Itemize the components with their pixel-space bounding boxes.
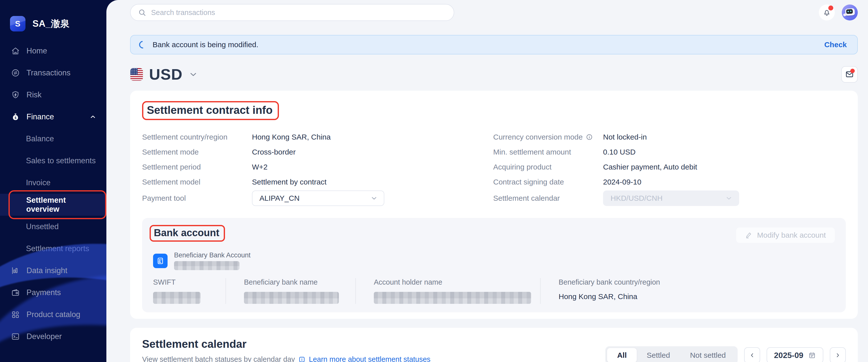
tab-settled[interactable]: Settled <box>637 348 680 362</box>
us-flag-icon <box>130 68 143 81</box>
settlement-calendar-value: HKD/USD/CNH <box>611 194 662 202</box>
field-value: 2024-09-10 <box>603 178 641 186</box>
notification-badge <box>828 5 833 10</box>
sidebar-item-balance[interactable]: Balance <box>0 128 106 150</box>
info-square-icon <box>299 356 305 362</box>
chevron-down-icon <box>370 195 378 202</box>
sidebar-item-label: Balance <box>26 134 54 143</box>
sidebar-item-label: Risk <box>27 90 41 99</box>
sidebar-item-finance[interactable]: $ Finance <box>0 106 106 128</box>
field-value: Not locked-in <box>603 133 647 141</box>
sidebar-item-payments[interactable]: Payments <box>0 282 106 304</box>
redacted-value <box>244 292 339 304</box>
messages-button[interactable] <box>841 66 858 83</box>
sidebar-item-transactions[interactable]: Transactions <box>0 62 106 84</box>
search-box[interactable] <box>130 4 454 21</box>
field-label: Settlement country/region <box>142 133 252 141</box>
field-row: Settlement period W+2 <box>142 160 493 174</box>
sidebar-item-product-catalog[interactable]: Product catalog <box>0 304 106 326</box>
notifications-button[interactable] <box>819 4 835 21</box>
terminal-icon <box>11 332 20 341</box>
sidebar-item-risk[interactable]: Risk <box>0 84 106 106</box>
annotation-ring: Settlement contract info <box>142 101 279 120</box>
transactions-icon <box>11 68 20 77</box>
status-filter-tabs: All Settled Not settled <box>605 346 737 362</box>
sidebar-item-data-insight[interactable]: Data insight <box>0 260 106 282</box>
field-label: Settlement model <box>142 178 252 186</box>
field-label: Settlement mode <box>142 148 252 156</box>
field-value: 0.10 USD <box>603 148 636 156</box>
calendar-icon <box>808 352 816 359</box>
learn-more-link[interactable]: Learn more about settlement statuses <box>309 355 431 362</box>
redacted-value <box>374 292 531 304</box>
chevron-down-icon[interactable] <box>189 70 198 79</box>
banner-check-link[interactable]: Check <box>824 40 847 49</box>
sidebar-item-developer[interactable]: Developer <box>0 326 106 348</box>
svg-text:$: $ <box>14 116 16 120</box>
bank-detail-label: Beneficiary bank name <box>244 278 355 286</box>
payment-tool-select[interactable]: ALIPAY_CN <box>252 191 384 206</box>
notification-badge <box>850 69 855 73</box>
bank-account-card: Bank account Modify bank account Benefic… <box>142 218 846 312</box>
sidebar-item-label: Payments <box>27 288 61 297</box>
field-label: Settlement calendar <box>493 194 603 202</box>
workspace-initial: S <box>15 19 20 29</box>
sidebar-item-label: Developer <box>27 332 62 341</box>
field-row: Acquiring product Cashier payment, Auto … <box>493 160 846 174</box>
search-input[interactable] <box>151 8 446 17</box>
field-row: Contract signing date 2024-09-10 <box>493 174 846 190</box>
field-row: Settlement mode Cross-border <box>142 144 493 160</box>
currency-row: USD <box>130 65 858 83</box>
workspace-switcher[interactable]: S SA_澈泉 <box>10 16 106 31</box>
beneficiary-account-row: Beneficiary Bank Account <box>150 252 835 270</box>
field-row: Min. settlement amount 0.10 USD <box>493 144 846 160</box>
assistant-avatar[interactable] <box>842 4 858 21</box>
field-label: Contract signing date <box>493 178 603 186</box>
settlement-calendar-select[interactable]: HKD/USD/CNH <box>603 191 739 206</box>
currency-code: USD <box>149 65 183 83</box>
sidebar-item-sales-to-settlements[interactable]: Sales to settlements <box>0 150 106 172</box>
beneficiary-account-label: Beneficiary Bank Account <box>174 252 250 259</box>
sidebar-item-label: Home <box>27 46 47 56</box>
previous-month-button[interactable] <box>744 347 760 362</box>
field-value: Cross-border <box>252 148 296 156</box>
settlement-calendar-card: Settlement calendar View settlement batc… <box>130 328 858 362</box>
sidebar-item-label: Transactions <box>27 68 70 77</box>
bank-account-title: Bank account <box>154 227 219 238</box>
sidebar-item-label: Finance <box>27 112 54 121</box>
sidebar-item-label: Sales to settlements <box>26 156 96 165</box>
bank-details-row: SWIFT Beneficiary bank name Account hold… <box>150 278 835 304</box>
shield-icon <box>11 90 20 99</box>
chevron-left-icon <box>749 352 755 359</box>
bank-detail-value: Hong Kong SAR, China <box>559 292 660 301</box>
sidebar-item-settlement-overview[interactable]: Settlement overview <box>0 194 106 216</box>
month-picker[interactable]: 2025-09 <box>767 347 823 362</box>
tab-not-settled[interactable]: Not settled <box>680 348 736 362</box>
field-value: Settlement by contract <box>252 178 327 186</box>
info-icon[interactable] <box>586 134 593 140</box>
sidebar-item-home[interactable]: Home <box>0 40 106 62</box>
progress-arc-icon <box>137 39 148 50</box>
home-icon <box>11 46 20 56</box>
sidebar-item-label: Settlement overview <box>26 196 66 213</box>
wallet-icon <box>11 288 20 297</box>
modify-bank-account-button[interactable]: Modify bank account <box>736 227 835 243</box>
settlement-contract-card: Settlement contract info Settlement coun… <box>130 91 858 319</box>
contract-fields: Settlement country/region Hong Kong SAR,… <box>142 130 846 207</box>
field-label: Settlement period <box>142 163 252 171</box>
next-month-button[interactable] <box>830 347 846 362</box>
contract-section-title: Settlement contract info <box>147 104 273 116</box>
bank-detail-label: Beneficiary bank country/region <box>559 278 660 286</box>
bar-chart-icon <box>11 266 20 275</box>
tab-all[interactable]: All <box>607 348 637 362</box>
chevron-down-icon <box>725 195 733 202</box>
sidebar-item-label: Unsettled <box>26 222 59 231</box>
field-row: Settlement country/region Hong Kong SAR,… <box>142 130 493 144</box>
sidebar-item-label: Invoice <box>26 178 51 187</box>
banner-message: Bank account is being modified. <box>153 40 258 49</box>
field-row: Payment tool ALIPAY_CN <box>142 190 493 207</box>
robot-ear <box>843 13 847 17</box>
month-value: 2025-09 <box>774 351 803 360</box>
calendar-section-title: Settlement calendar <box>142 338 431 350</box>
chevron-up-icon <box>89 113 96 120</box>
